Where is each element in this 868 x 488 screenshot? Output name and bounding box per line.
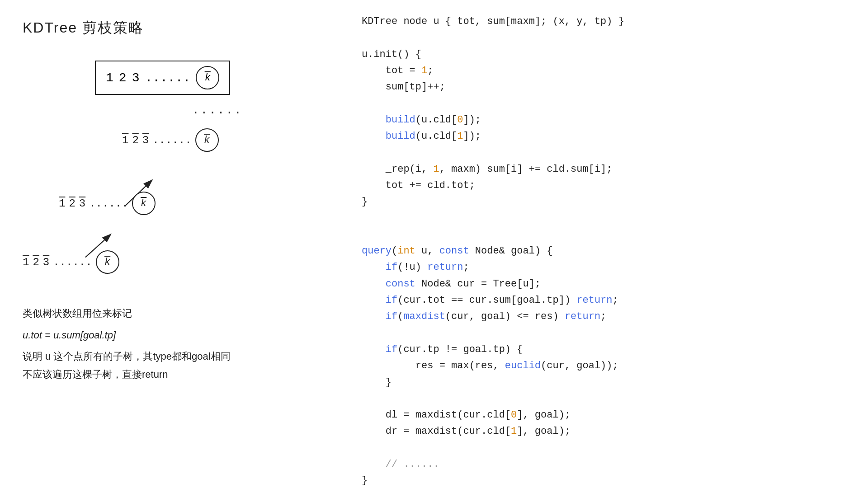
code-init-3: build(u.cld[0]);	[362, 112, 850, 128]
code-blank7	[362, 391, 850, 407]
code-init-4: build(u.cld[1]);	[362, 128, 850, 145]
code-query-1: if(!u) return;	[362, 259, 850, 276]
code-init-2: sum[tp]++;	[362, 79, 850, 95]
code-query-sig: query(int u, const Node& goal) {	[362, 243, 850, 259]
code-query-9: dr = maxdist(cur.cld[1], goal);	[362, 423, 850, 440]
bottom-line2: 说明 u 这个点所有的子树，其type都和goal相同	[23, 347, 321, 366]
row2: 1 2 3 ...... k	[122, 128, 219, 152]
code-blank3	[362, 145, 850, 161]
code-init-6: tot += cld.tot;	[362, 178, 850, 194]
row2-circle-k: k	[195, 128, 219, 152]
code-block: KDTree node u { tot, sum[maxm]; (x, y, t…	[362, 14, 850, 488]
code-query-2: const Node& cur = Tree[u];	[362, 276, 850, 292]
bottom-line1: 类似树状数组用位来标记	[23, 305, 321, 323]
bottom-text: 类似树状数组用位来标记 u.tot = u.sum[goal.tp] 说明 u …	[23, 305, 321, 383]
row4: 1 2 3 ...... k	[23, 250, 119, 274]
top-circle-k: k	[196, 66, 219, 89]
top-item-3: 3	[132, 71, 140, 85]
code-blank2	[362, 95, 850, 112]
page-title: KDTree 剪枝策略	[23, 18, 321, 38]
code-blank5	[362, 227, 850, 243]
code-query-close: }	[362, 473, 850, 488]
code-blank4	[362, 211, 850, 227]
top-item-1: 1	[106, 71, 113, 85]
bottom-line3: 不应该遍历这棵子树，直接return	[23, 366, 321, 384]
code-header: KDTree node u { tot, sum[maxm]; (x, y, t…	[362, 14, 850, 30]
formula: u.tot = u.sum[goal.tp]	[23, 326, 321, 344]
top-item-2: 2	[119, 71, 127, 85]
code-query-8: dl = maxdist(cur.cld[0], goal);	[362, 407, 850, 423]
code-query-5: if(cur.tp != goal.tp) {	[362, 342, 850, 358]
code-query-3: if(cur.tot == cur.sum[goal.tp]) return;	[362, 292, 850, 309]
right-panel: KDTree node u { tot, sum[maxm]; (x, y, t…	[344, 0, 868, 488]
code-blank8	[362, 440, 850, 456]
dots-vertical: ......	[192, 103, 243, 117]
code-init-1: tot = 1;	[362, 63, 850, 79]
row3-circle-k: k	[132, 192, 156, 215]
left-panel: KDTree 剪枝策略 1 2 3 ...... k ......	[0, 0, 344, 488]
code-blank1	[362, 30, 850, 46]
row3: 1 2 3 ...... k	[59, 192, 156, 215]
code-init-sig: u.init() {	[362, 47, 850, 63]
code-blank6	[362, 325, 850, 342]
code-query-6: res = max(res, euclid(cur, goal));	[362, 358, 850, 374]
row4-circle-k: k	[96, 250, 119, 274]
top-dots: ......	[145, 71, 190, 85]
code-init-5: _rep(i, 1, maxm) sum[i] += cld.sum[i];	[362, 161, 850, 178]
code-query-4: if(maxdist(cur, goal) <= res) return;	[362, 309, 850, 325]
code-query-7: }	[362, 375, 850, 391]
code-init-close: }	[362, 194, 850, 210]
top-row-box: 1 2 3 ...... k	[95, 61, 230, 95]
diagram: 1 2 3 ...... k ...... 1 2 3 ...... k 1 2…	[23, 61, 321, 296]
code-comment: // ......	[362, 456, 850, 473]
